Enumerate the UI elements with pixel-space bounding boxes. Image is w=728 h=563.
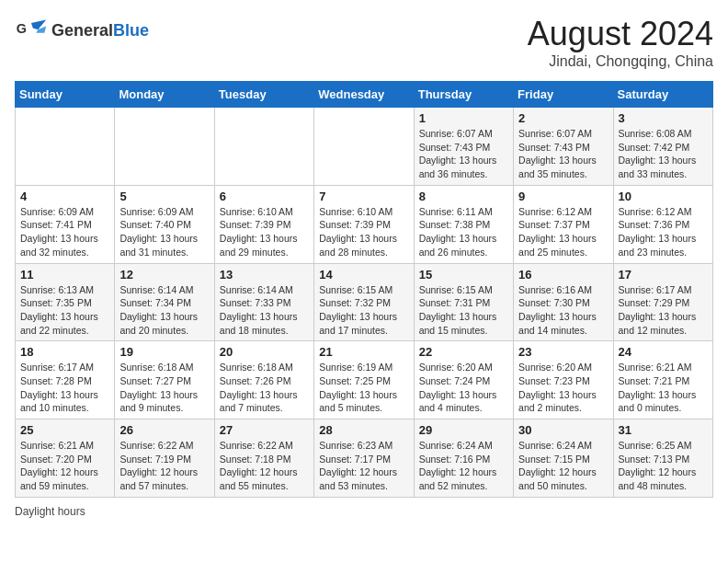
calendar-cell: 25Sunrise: 6:21 AMSunset: 7:20 PMDayligh… bbox=[16, 419, 115, 498]
daylight-label: Daylight hours bbox=[15, 505, 85, 518]
cell-content: 14Sunrise: 6:15 AMSunset: 7:32 PMDayligh… bbox=[319, 268, 408, 338]
cell-content: 25Sunrise: 6:21 AMSunset: 7:20 PMDayligh… bbox=[20, 423, 109, 493]
logo-text: GeneralBlue bbox=[51, 22, 149, 40]
day-number: 4 bbox=[20, 190, 109, 203]
cell-content: 7Sunrise: 6:10 AMSunset: 7:39 PMDaylight… bbox=[319, 190, 408, 259]
calendar-cell: 10Sunrise: 6:12 AMSunset: 7:36 PMDayligh… bbox=[613, 185, 712, 263]
day-info: Sunrise: 6:15 AMSunset: 7:31 PMDaylight:… bbox=[419, 283, 508, 338]
cell-content: 30Sunrise: 6:24 AMSunset: 7:15 PMDayligh… bbox=[518, 423, 608, 493]
cell-content: 27Sunrise: 6:22 AMSunset: 7:18 PMDayligh… bbox=[220, 423, 309, 493]
calendar-week: 1Sunrise: 6:07 AMSunset: 7:43 PMDaylight… bbox=[16, 108, 713, 186]
day-info: Sunrise: 6:13 AMSunset: 7:35 PMDaylight:… bbox=[20, 283, 109, 338]
calendar-cell: 20Sunrise: 6:18 AMSunset: 7:26 PMDayligh… bbox=[214, 341, 313, 419]
day-number: 7 bbox=[319, 190, 408, 203]
day-info: Sunrise: 6:11 AMSunset: 7:38 PMDaylight:… bbox=[419, 205, 508, 259]
calendar-header: SundayMondayTuesdayWednesdayThursdayFrid… bbox=[16, 82, 713, 108]
calendar-cell bbox=[16, 108, 115, 186]
day-number: 3 bbox=[619, 111, 708, 125]
cell-content: 3Sunrise: 6:08 AMSunset: 7:42 PMDaylight… bbox=[619, 111, 708, 181]
cell-content: 22Sunrise: 6:20 AMSunset: 7:24 PMDayligh… bbox=[419, 345, 508, 415]
cell-content: 5Sunrise: 6:09 AMSunset: 7:40 PMDaylight… bbox=[119, 190, 209, 259]
day-info: Sunrise: 6:19 AMSunset: 7:25 PMDaylight:… bbox=[319, 361, 408, 415]
day-info: Sunrise: 6:24 AMSunset: 7:16 PMDaylight:… bbox=[419, 439, 508, 493]
svg-text:G: G bbox=[17, 21, 27, 36]
cell-content: 18Sunrise: 6:17 AMSunset: 7:28 PMDayligh… bbox=[20, 345, 109, 415]
footer-legend: Daylight hours bbox=[15, 505, 713, 518]
calendar-cell: 8Sunrise: 6:11 AMSunset: 7:38 PMDaylight… bbox=[414, 185, 513, 263]
day-number: 9 bbox=[518, 190, 608, 203]
day-info: Sunrise: 6:16 AMSunset: 7:30 PMDaylight:… bbox=[518, 283, 608, 338]
day-info: Sunrise: 6:09 AMSunset: 7:40 PMDaylight:… bbox=[119, 205, 209, 259]
day-number: 12 bbox=[119, 268, 209, 282]
day-info: Sunrise: 6:08 AMSunset: 7:42 PMDaylight:… bbox=[619, 127, 708, 181]
cell-content: 8Sunrise: 6:11 AMSunset: 7:38 PMDaylight… bbox=[419, 190, 508, 259]
day-number: 22 bbox=[419, 345, 508, 359]
day-info: Sunrise: 6:15 AMSunset: 7:32 PMDaylight:… bbox=[319, 283, 408, 338]
day-number: 11 bbox=[20, 268, 109, 282]
day-header: Friday bbox=[514, 82, 613, 108]
cell-content: 20Sunrise: 6:18 AMSunset: 7:26 PMDayligh… bbox=[220, 345, 309, 415]
calendar-cell: 31Sunrise: 6:25 AMSunset: 7:13 PMDayligh… bbox=[613, 419, 712, 498]
day-header: Saturday bbox=[613, 82, 712, 108]
day-info: Sunrise: 6:21 AMSunset: 7:21 PMDaylight:… bbox=[619, 361, 708, 415]
day-info: Sunrise: 6:25 AMSunset: 7:13 PMDaylight:… bbox=[619, 439, 708, 493]
day-number: 28 bbox=[319, 423, 408, 437]
calendar-week: 4Sunrise: 6:09 AMSunset: 7:41 PMDaylight… bbox=[16, 185, 713, 263]
day-number: 18 bbox=[20, 345, 109, 359]
day-number: 19 bbox=[119, 345, 209, 359]
subtitle: Jindai, Chongqing, China bbox=[528, 53, 713, 70]
day-header: Monday bbox=[115, 82, 214, 108]
logo: G GeneralBlue bbox=[15, 15, 149, 48]
day-info: Sunrise: 6:17 AMSunset: 7:28 PMDaylight:… bbox=[20, 361, 109, 415]
day-header: Tuesday bbox=[214, 82, 313, 108]
cell-content: 16Sunrise: 6:16 AMSunset: 7:30 PMDayligh… bbox=[518, 268, 608, 338]
calendar-cell: 11Sunrise: 6:13 AMSunset: 7:35 PMDayligh… bbox=[16, 263, 115, 341]
calendar-cell: 26Sunrise: 6:22 AMSunset: 7:19 PMDayligh… bbox=[115, 419, 214, 498]
day-info: Sunrise: 6:21 AMSunset: 7:20 PMDaylight:… bbox=[20, 439, 109, 493]
calendar-cell: 17Sunrise: 6:17 AMSunset: 7:29 PMDayligh… bbox=[613, 263, 712, 341]
day-info: Sunrise: 6:22 AMSunset: 7:19 PMDaylight:… bbox=[119, 439, 209, 493]
calendar-cell: 12Sunrise: 6:14 AMSunset: 7:34 PMDayligh… bbox=[115, 263, 214, 341]
cell-content: 28Sunrise: 6:23 AMSunset: 7:17 PMDayligh… bbox=[319, 423, 408, 493]
calendar-cell: 4Sunrise: 6:09 AMSunset: 7:41 PMDaylight… bbox=[16, 185, 115, 263]
day-number: 20 bbox=[220, 345, 309, 359]
cell-content: 4Sunrise: 6:09 AMSunset: 7:41 PMDaylight… bbox=[20, 190, 109, 259]
calendar-table: SundayMondayTuesdayWednesdayThursdayFrid… bbox=[15, 81, 713, 498]
day-number: 5 bbox=[119, 190, 209, 203]
cell-content: 23Sunrise: 6:20 AMSunset: 7:23 PMDayligh… bbox=[518, 345, 608, 415]
day-info: Sunrise: 6:14 AMSunset: 7:33 PMDaylight:… bbox=[220, 283, 309, 338]
calendar-cell: 14Sunrise: 6:15 AMSunset: 7:32 PMDayligh… bbox=[314, 263, 414, 341]
day-info: Sunrise: 6:10 AMSunset: 7:39 PMDaylight:… bbox=[220, 205, 309, 259]
calendar-cell: 15Sunrise: 6:15 AMSunset: 7:31 PMDayligh… bbox=[414, 263, 513, 341]
day-number: 31 bbox=[619, 423, 708, 437]
calendar-cell: 18Sunrise: 6:17 AMSunset: 7:28 PMDayligh… bbox=[16, 341, 115, 419]
day-info: Sunrise: 6:18 AMSunset: 7:26 PMDaylight:… bbox=[220, 361, 309, 415]
calendar-cell bbox=[214, 108, 313, 186]
day-info: Sunrise: 6:17 AMSunset: 7:29 PMDaylight:… bbox=[619, 283, 708, 338]
cell-content: 29Sunrise: 6:24 AMSunset: 7:16 PMDayligh… bbox=[419, 423, 508, 493]
calendar-cell bbox=[115, 108, 214, 186]
day-info: Sunrise: 6:07 AMSunset: 7:43 PMDaylight:… bbox=[518, 127, 608, 181]
cell-content: 21Sunrise: 6:19 AMSunset: 7:25 PMDayligh… bbox=[319, 345, 408, 415]
cell-content: 1Sunrise: 6:07 AMSunset: 7:43 PMDaylight… bbox=[419, 111, 508, 181]
calendar-cell: 30Sunrise: 6:24 AMSunset: 7:15 PMDayligh… bbox=[514, 419, 613, 498]
day-number: 26 bbox=[119, 423, 209, 437]
day-number: 24 bbox=[619, 345, 708, 359]
cell-content: 13Sunrise: 6:14 AMSunset: 7:33 PMDayligh… bbox=[220, 268, 309, 338]
calendar-week: 18Sunrise: 6:17 AMSunset: 7:28 PMDayligh… bbox=[16, 341, 713, 419]
cell-content: 2Sunrise: 6:07 AMSunset: 7:43 PMDaylight… bbox=[518, 111, 608, 181]
calendar-cell: 5Sunrise: 6:09 AMSunset: 7:40 PMDaylight… bbox=[115, 185, 214, 263]
day-info: Sunrise: 6:12 AMSunset: 7:36 PMDaylight:… bbox=[619, 205, 708, 259]
day-info: Sunrise: 6:20 AMSunset: 7:23 PMDaylight:… bbox=[518, 361, 608, 415]
cell-content: 10Sunrise: 6:12 AMSunset: 7:36 PMDayligh… bbox=[619, 190, 708, 259]
cell-content: 17Sunrise: 6:17 AMSunset: 7:29 PMDayligh… bbox=[619, 268, 708, 338]
logo-icon: G bbox=[15, 15, 48, 48]
cell-content: 15Sunrise: 6:15 AMSunset: 7:31 PMDayligh… bbox=[419, 268, 508, 338]
title-area: August 2024 Jindai, Chongqing, China bbox=[528, 15, 713, 70]
day-header: Wednesday bbox=[314, 82, 414, 108]
day-number: 15 bbox=[419, 268, 508, 282]
calendar-cell: 13Sunrise: 6:14 AMSunset: 7:33 PMDayligh… bbox=[214, 263, 313, 341]
day-info: Sunrise: 6:18 AMSunset: 7:27 PMDaylight:… bbox=[119, 361, 209, 415]
day-info: Sunrise: 6:20 AMSunset: 7:24 PMDaylight:… bbox=[419, 361, 508, 415]
calendar-cell bbox=[314, 108, 414, 186]
